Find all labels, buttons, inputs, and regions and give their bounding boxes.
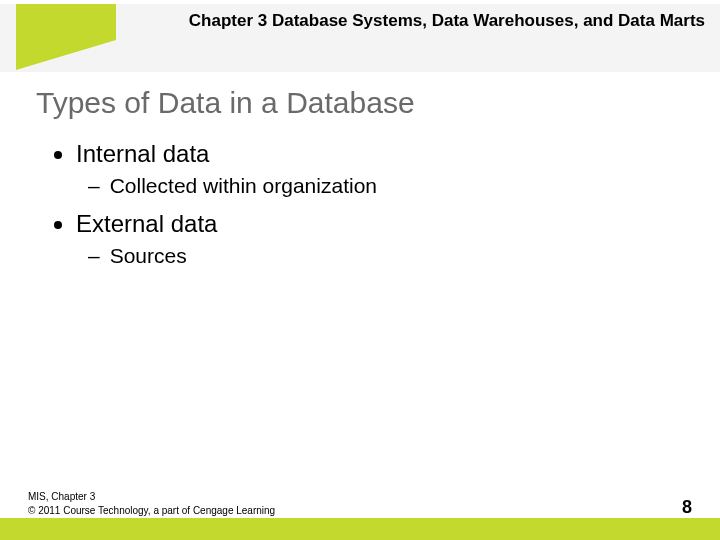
bullet-level1: External data [54, 210, 674, 238]
footer-bar [0, 518, 720, 540]
header-accent-triangle [16, 40, 116, 70]
bullet-level2: – Collected within organization [88, 174, 674, 198]
bullet-subtext: Collected within organization [110, 174, 377, 198]
slide-body: Internal data – Collected within organiz… [54, 140, 674, 280]
bullet-level1: Internal data [54, 140, 674, 168]
bullet-dot-icon [54, 221, 62, 229]
bullet-dash-icon: – [88, 174, 100, 198]
bullet-dash-icon: – [88, 244, 100, 268]
footer-left: MIS, Chapter 3 © 2011 Course Technology,… [28, 490, 275, 518]
slide-title: Types of Data in a Database [36, 86, 415, 120]
chapter-title: Chapter 3 Database Systems, Data Warehou… [150, 10, 705, 32]
bullet-dot-icon [54, 151, 62, 159]
header-accent [16, 4, 116, 40]
bullet-text: External data [76, 210, 217, 238]
slide: Chapter 3 Database Systems, Data Warehou… [0, 0, 720, 540]
footer-line1: MIS, Chapter 3 [28, 490, 275, 504]
page-number: 8 [682, 497, 692, 518]
bullet-level2: – Sources [88, 244, 674, 268]
bullet-subtext: Sources [110, 244, 187, 268]
footer-line2: © 2011 Course Technology, a part of Ceng… [28, 504, 275, 518]
bullet-text: Internal data [76, 140, 209, 168]
